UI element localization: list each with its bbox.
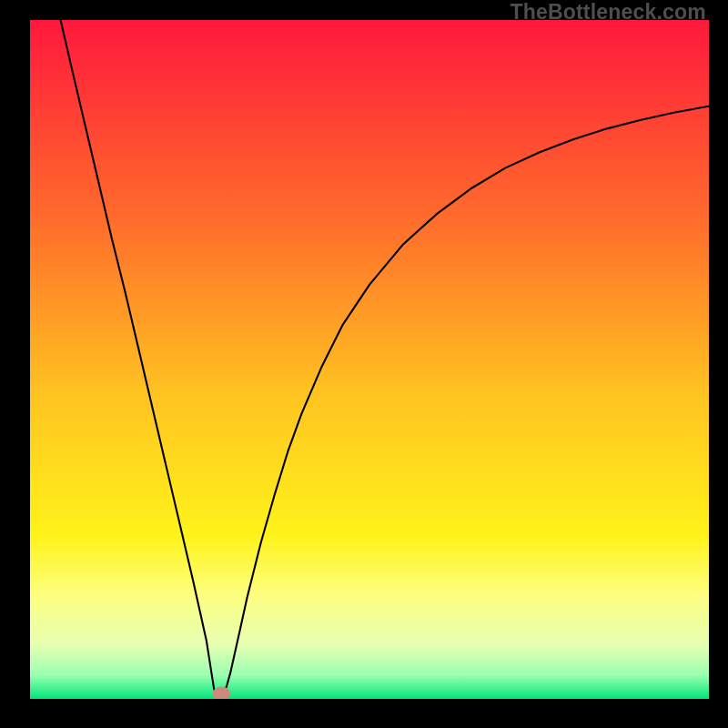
gradient-background (30, 20, 709, 699)
watermark-text: TheBottleneck.com (510, 0, 706, 25)
chart-svg (30, 20, 709, 699)
plot-area (30, 20, 709, 699)
chart-frame: TheBottleneck.com (0, 0, 728, 728)
